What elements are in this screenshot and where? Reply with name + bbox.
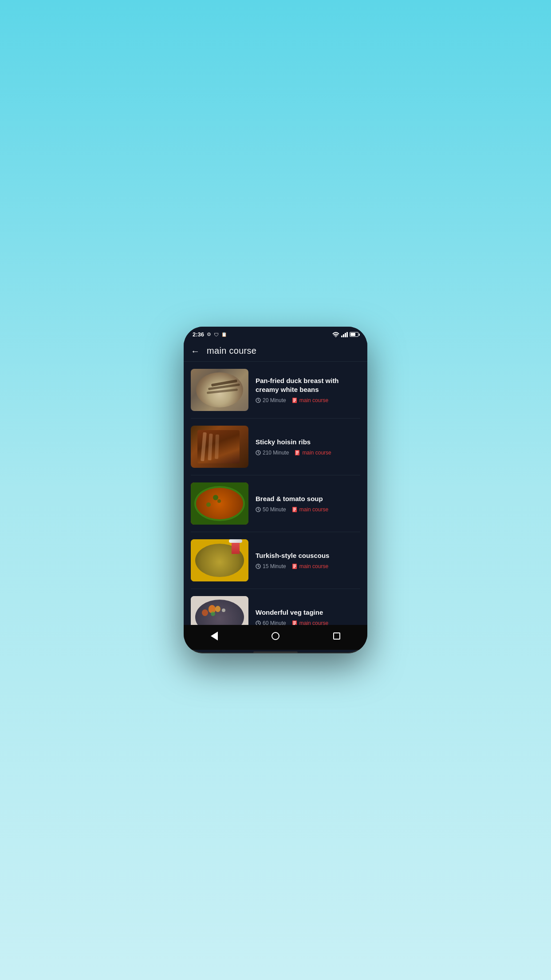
recipe-info: Sticky hoisin ribs 210 Minute bbox=[256, 438, 360, 456]
recipe-image-soup bbox=[191, 482, 248, 525]
recipe-info: Wonderful veg tagine 60 Minute bbox=[256, 608, 360, 625]
recipe-time: 20 Minute bbox=[256, 397, 286, 403]
time-label: 210 Minute bbox=[263, 450, 289, 456]
shield-icon: 🛡 bbox=[214, 332, 219, 337]
back-button[interactable]: ← bbox=[191, 347, 200, 356]
time-label: 50 Minute bbox=[263, 506, 286, 513]
clock-icon bbox=[256, 507, 261, 512]
status-left: 2:36 ⚙ 🛡 📋 bbox=[193, 331, 227, 338]
category-label: main course bbox=[299, 506, 328, 513]
recipe-time: 50 Minute bbox=[256, 506, 286, 513]
clock-icon bbox=[256, 564, 261, 569]
page-title: main course bbox=[207, 346, 256, 356]
book-icon bbox=[291, 620, 298, 625]
time-label: 20 Minute bbox=[263, 397, 286, 403]
category-label: main course bbox=[299, 563, 328, 569]
recipe-image-couscous bbox=[191, 539, 248, 581]
category-label: main course bbox=[302, 450, 331, 456]
recipe-info: Turkish-style couscous 15 Minute bbox=[256, 551, 360, 570]
clock-icon bbox=[256, 620, 261, 625]
recipe-category: main course bbox=[291, 397, 328, 403]
category-label: main course bbox=[299, 620, 328, 625]
recipe-title: Pan-fried duck breast with creamy white … bbox=[256, 376, 360, 394]
clock-icon bbox=[256, 450, 261, 455]
recipe-category: main course bbox=[291, 563, 328, 569]
home-circle-icon bbox=[272, 632, 279, 640]
recipe-meta: 210 Minute main course bbox=[256, 450, 360, 456]
recipe-title: Turkish-style couscous bbox=[256, 551, 360, 560]
recipe-time: 15 Minute bbox=[256, 563, 286, 569]
recipe-category: main course bbox=[294, 450, 331, 456]
recipe-meta: 20 Minute main course bbox=[256, 397, 360, 403]
book-icon bbox=[291, 397, 298, 403]
app-header: ← main course bbox=[184, 340, 367, 362]
phone-frame: 2:36 ⚙ 🛡 📋 bbox=[184, 327, 367, 653]
back-triangle-icon bbox=[211, 632, 218, 640]
recipe-title: Wonderful veg tagine bbox=[256, 608, 360, 617]
recipe-title: Sticky hoisin ribs bbox=[256, 438, 360, 447]
wifi-icon bbox=[332, 332, 339, 337]
book-icon bbox=[291, 563, 298, 569]
list-item[interactable]: Turkish-style couscous 15 Minute bbox=[184, 532, 367, 589]
recipe-info: Bread & tomato soup 50 Minute bbox=[256, 494, 360, 513]
recents-nav-button[interactable] bbox=[328, 629, 346, 643]
book-icon bbox=[294, 450, 300, 456]
recipe-meta: 50 Minute main course bbox=[256, 506, 360, 513]
list-item[interactable]: Sticky hoisin ribs 210 Minute bbox=[184, 419, 367, 475]
status-time: 2:36 bbox=[193, 331, 204, 338]
status-bar: 2:36 ⚙ 🛡 📋 bbox=[184, 327, 367, 340]
clipboard-icon: 📋 bbox=[221, 332, 227, 337]
time-label: 60 Minute bbox=[263, 620, 286, 625]
battery-icon bbox=[350, 332, 358, 337]
recipe-image-duck bbox=[191, 369, 248, 411]
recipe-time: 60 Minute bbox=[256, 620, 286, 625]
back-nav-button[interactable] bbox=[205, 629, 223, 643]
recipe-time: 210 Minute bbox=[256, 450, 289, 456]
home-nav-button[interactable] bbox=[267, 629, 284, 643]
list-item[interactable]: Bread & tomato soup 50 Minute bbox=[184, 475, 367, 532]
signal-icon bbox=[341, 332, 348, 337]
recipe-meta: 60 Minute main course bbox=[256, 620, 360, 625]
recipe-title: Bread & tomato soup bbox=[256, 494, 360, 503]
recipe-image-ribs bbox=[191, 426, 248, 468]
recipe-meta: 15 Minute main course bbox=[256, 563, 360, 569]
content-area[interactable]: Pan-fried duck breast with creamy white … bbox=[184, 362, 367, 625]
clock-icon bbox=[256, 398, 261, 403]
settings-icon: ⚙ bbox=[207, 332, 211, 337]
recipe-image-tagine bbox=[191, 596, 248, 625]
home-indicator bbox=[253, 652, 298, 653]
list-item[interactable]: Wonderful veg tagine 60 Minute bbox=[184, 589, 367, 625]
book-icon bbox=[291, 506, 298, 513]
list-item[interactable]: Pan-fried duck breast with creamy white … bbox=[184, 362, 367, 418]
status-right bbox=[332, 332, 358, 337]
recipe-category: main course bbox=[291, 506, 328, 513]
recipe-info: Pan-fried duck breast with creamy white … bbox=[256, 376, 360, 403]
recents-square-icon bbox=[333, 632, 340, 640]
time-label: 15 Minute bbox=[263, 563, 286, 569]
nav-bar bbox=[184, 625, 367, 650]
category-label: main course bbox=[299, 397, 328, 403]
svg-point-0 bbox=[335, 336, 336, 337]
recipe-category: main course bbox=[291, 620, 328, 625]
